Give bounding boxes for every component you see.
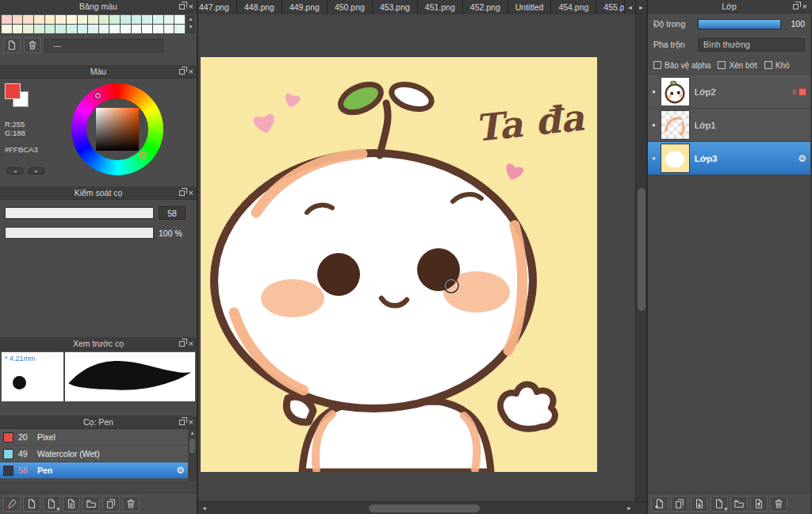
scroll-up-icon[interactable]: ▲ xyxy=(188,15,193,23)
layer-visibility-icon[interactable]: ● xyxy=(652,122,656,128)
palette-swatch[interactable] xyxy=(132,25,142,33)
layer-opacity-slider[interactable] xyxy=(698,19,781,29)
color-panel-header[interactable]: Màu × xyxy=(0,65,197,79)
color-history-prev-button[interactable]: ◄ xyxy=(6,167,24,175)
merge-layer-button[interactable] xyxy=(691,496,708,512)
close-icon[interactable]: × xyxy=(802,2,807,11)
horizontal-scrollbar-thumb[interactable] xyxy=(369,504,480,512)
layer-row-lop3-selected[interactable]: ● Lớp3 ⚙ xyxy=(648,142,810,175)
tab-450[interactable]: 450.png xyxy=(327,0,373,14)
brush-size-slider[interactable] xyxy=(5,207,154,219)
palette-swatch[interactable] xyxy=(88,25,98,33)
protect-alpha-checkbox[interactable]: Bảo vệ alpha xyxy=(653,61,710,70)
lock-checkbox[interactable]: Khó xyxy=(764,61,790,70)
brush-size-value[interactable]: 58 xyxy=(159,206,186,220)
brush-row-pen-selected[interactable]: 58 Pen ⚙ xyxy=(0,462,188,479)
delete-brush-button[interactable] xyxy=(122,496,140,512)
tab-scroll-right-button[interactable]: ► xyxy=(635,0,646,14)
brush-opacity-slider[interactable] xyxy=(5,227,154,239)
palette-swatch[interactable] xyxy=(78,15,88,24)
clipping-checkbox[interactable]: Xén bớt xyxy=(718,61,756,70)
popout-icon[interactable] xyxy=(179,420,185,425)
palette-swatch[interactable] xyxy=(174,25,185,33)
saturation-value-square[interactable] xyxy=(96,108,139,151)
duplicate-layer-button[interactable] xyxy=(671,496,688,512)
brush-row-pixel[interactable]: 20 Pixel xyxy=(0,429,188,446)
layer-panel-header[interactable]: Lớp × xyxy=(648,0,810,13)
palette-swatch[interactable] xyxy=(88,15,98,24)
palette-swatch[interactable] xyxy=(164,15,174,24)
palette-swatch[interactable] xyxy=(78,25,88,33)
scroll-down-icon[interactable]: ▼ xyxy=(188,23,193,31)
checkbox-icon[interactable] xyxy=(764,61,772,69)
popout-icon[interactable] xyxy=(179,69,185,75)
scrollbar-thumb[interactable] xyxy=(190,439,195,453)
new-brush-button[interactable] xyxy=(23,496,40,512)
canvas-artwork[interactable]: Ta đa xyxy=(201,57,597,472)
tab-447[interactable]: 447.png xyxy=(198,0,237,14)
palette-swatch[interactable] xyxy=(23,15,33,24)
palette-swatch[interactable] xyxy=(23,25,33,33)
palette-swatch[interactable] xyxy=(2,25,12,33)
tab-452[interactable]: 452.png xyxy=(463,0,508,14)
palette-swatch[interactable] xyxy=(2,15,12,24)
hue-wheel[interactable] xyxy=(71,83,163,175)
palette-swatch[interactable] xyxy=(13,25,23,33)
palette-swatch[interactable] xyxy=(109,25,120,33)
checkbox-icon[interactable] xyxy=(653,61,661,69)
palette-swatch[interactable] xyxy=(109,15,120,24)
palette-swatch[interactable] xyxy=(13,15,23,24)
tab-451[interactable]: 451.png xyxy=(418,0,463,14)
palette-swatch[interactable] xyxy=(67,15,77,24)
gear-icon[interactable]: ⚙ xyxy=(798,154,806,163)
tab-448[interactable]: 448.png xyxy=(237,0,282,14)
close-icon[interactable]: × xyxy=(189,2,193,11)
layer-menu-button[interactable]: ▾ xyxy=(710,496,728,512)
add-palette-color-button[interactable] xyxy=(3,37,21,53)
palette-swatch[interactable] xyxy=(67,25,77,33)
layer-row-lop2[interactable]: ● Lớp2 8 xyxy=(648,75,810,109)
palette-panel-header[interactable]: Bảng màu × xyxy=(0,0,197,13)
duplicate-brush-button[interactable] xyxy=(102,496,120,512)
brush-list-panel-header[interactable]: Cọ: Pen × xyxy=(0,416,197,429)
horizontal-scroll-track[interactable] xyxy=(210,502,623,514)
canvas-viewport[interactable]: Ta đa xyxy=(198,14,646,501)
vertical-scrollbar-thumb[interactable] xyxy=(638,188,645,311)
close-icon[interactable]: × xyxy=(189,189,193,198)
canvas-horizontal-scrollbar[interactable]: ◄ ► xyxy=(198,501,646,514)
scroll-up-icon[interactable]: ▲ xyxy=(190,429,194,437)
gear-icon[interactable]: ⚙ xyxy=(176,466,185,475)
palette-swatch[interactable] xyxy=(164,25,174,33)
layer-row-lop1[interactable]: ● Lớp1 xyxy=(648,109,810,142)
close-icon[interactable]: × xyxy=(189,339,193,348)
tab-scroll-left-button[interactable]: ◄ xyxy=(624,0,635,14)
canvas-vertical-scrollbar[interactable] xyxy=(635,14,646,501)
brush-list-scrollbar[interactable]: ▲ xyxy=(188,429,197,481)
palette-swatch[interactable] xyxy=(174,15,185,24)
palette-swatch[interactable] xyxy=(121,25,131,33)
tab-449[interactable]: 449.png xyxy=(282,0,327,14)
popout-icon[interactable] xyxy=(179,190,185,196)
popout-icon[interactable] xyxy=(179,4,185,10)
palette-swatch[interactable] xyxy=(132,15,142,24)
layer-visibility-icon[interactable]: ● xyxy=(652,89,656,95)
palette-name-field[interactable]: --- xyxy=(44,39,163,52)
tab-untitled[interactable]: Untitled xyxy=(508,0,552,14)
palette-swatch[interactable] xyxy=(45,15,56,24)
palette-swatch[interactable] xyxy=(34,15,44,24)
palette-swatch[interactable] xyxy=(56,25,66,33)
palette-swatch[interactable] xyxy=(99,15,109,24)
palette-swatch[interactable] xyxy=(153,15,163,24)
add-brush-button[interactable] xyxy=(3,496,21,512)
delete-palette-color-button[interactable] xyxy=(24,37,41,53)
edit-brush-button[interactable] xyxy=(63,496,80,512)
checkbox-icon[interactable] xyxy=(718,61,726,69)
popout-icon[interactable] xyxy=(179,341,185,347)
delete-layer-button[interactable] xyxy=(770,496,787,512)
brush-menu-button[interactable]: ▾ xyxy=(43,496,60,512)
palette-swatch[interactable] xyxy=(142,15,152,24)
tab-453[interactable]: 453.png xyxy=(373,0,418,14)
palette-swatch[interactable] xyxy=(153,25,163,33)
palette-swatch[interactable] xyxy=(34,25,44,33)
close-icon[interactable]: × xyxy=(189,67,193,76)
